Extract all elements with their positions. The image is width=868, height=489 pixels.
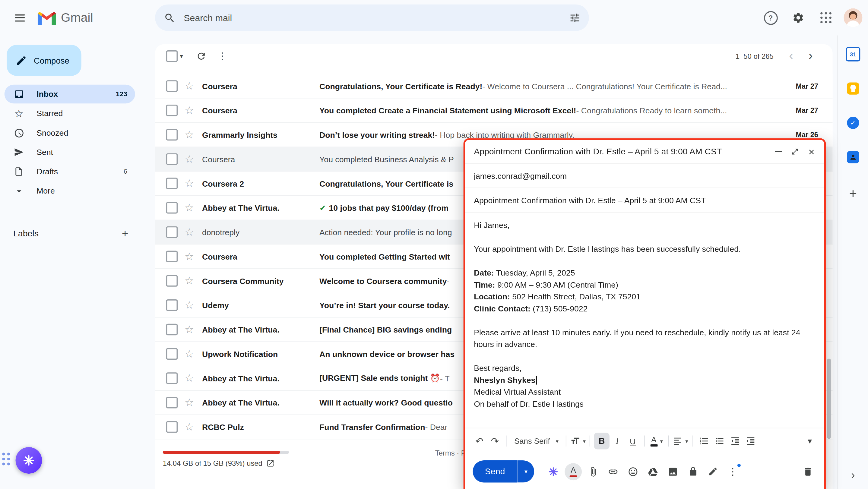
insert-photo-button[interactable] <box>664 463 682 480</box>
sidebar-item-sent[interactable]: Sent <box>4 143 135 162</box>
row-checkbox[interactable] <box>166 348 178 360</box>
row-checkbox[interactable] <box>166 421 178 433</box>
star-icon[interactable]: ☆ <box>180 105 199 116</box>
list-more-button[interactable]: ⋮ <box>212 46 233 65</box>
gmail-logo[interactable]: Gmail <box>38 10 121 25</box>
star-icon[interactable]: ☆ <box>180 129 199 140</box>
email-row[interactable]: ☆CourseraYou completed Create a Financia… <box>155 99 833 123</box>
help-button[interactable]: ? <box>758 5 783 30</box>
sidebar-item-drafts[interactable]: Drafts 6 <box>4 162 135 181</box>
search-filter-button[interactable] <box>563 7 585 29</box>
main-menu-button[interactable] <box>7 4 33 31</box>
undo-button[interactable]: ↶ <box>472 433 487 449</box>
compose-more-options-button[interactable]: ⋮ <box>724 463 741 480</box>
star-icon[interactable]: ☆ <box>180 227 199 237</box>
footer-terms-link[interactable]: Terms · P <box>435 449 466 457</box>
message-body-editor[interactable]: Hi James, Your appointment with Dr. Estl… <box>465 213 824 428</box>
open-in-new-icon[interactable] <box>266 459 275 467</box>
row-checkbox[interactable] <box>166 299 178 311</box>
sidebar-item-inbox[interactable]: Inbox 123 <box>4 85 135 103</box>
star-icon[interactable]: ☆ <box>180 324 199 335</box>
indent-increase-button[interactable] <box>743 433 758 449</box>
row-checkbox[interactable] <box>166 153 178 165</box>
italic-button[interactable]: I <box>610 433 625 449</box>
list-scrollbar[interactable] <box>827 358 831 439</box>
star-icon[interactable]: ☆ <box>180 178 199 189</box>
calendar-button[interactable]: 31 <box>842 43 864 65</box>
row-checkbox[interactable] <box>166 372 178 384</box>
star-icon[interactable]: ☆ <box>180 300 199 311</box>
settings-button[interactable] <box>786 5 810 30</box>
extension-drag-handle[interactable] <box>2 453 10 465</box>
star-icon[interactable]: ☆ <box>180 422 199 432</box>
insert-signature-button[interactable] <box>704 463 721 480</box>
email-row[interactable]: ☆CourseraCongratulations, Your Certifica… <box>155 74 833 99</box>
insert-emoji-button[interactable] <box>625 463 642 480</box>
refresh-button[interactable] <box>191 46 212 65</box>
sidebar-item-more[interactable]: More <box>4 182 135 200</box>
row-checkbox[interactable] <box>166 324 178 335</box>
minimize-button[interactable] <box>770 143 786 160</box>
font-size-button[interactable]: ▾ <box>570 433 586 449</box>
row-checkbox[interactable] <box>166 275 178 287</box>
older-page-button[interactable]: › <box>803 50 818 62</box>
row-checkbox[interactable] <box>166 251 178 262</box>
row-checkbox[interactable] <box>166 80 178 92</box>
newer-page-button[interactable]: ‹ <box>783 50 799 62</box>
bold-button[interactable]: B <box>594 433 610 449</box>
attach-file-button[interactable] <box>585 463 602 480</box>
search-button[interactable] <box>158 7 180 29</box>
subject-field[interactable]: Appointment Confirmation with Dr. Estle … <box>465 188 824 213</box>
underline-button[interactable]: U <box>625 433 640 449</box>
star-icon[interactable]: ☆ <box>180 397 199 408</box>
align-button[interactable]: ▾ <box>673 433 688 449</box>
send-button[interactable]: Send <box>473 460 517 482</box>
search-bar[interactable]: Search mail <box>155 4 589 31</box>
send-options-button[interactable]: ▾ <box>517 460 534 482</box>
indent-decrease-button[interactable] <box>727 433 743 449</box>
search-input[interactable]: Search mail <box>184 12 563 23</box>
keep-button[interactable] <box>842 77 864 99</box>
apps-button[interactable] <box>814 5 838 30</box>
star-icon[interactable]: ☆ <box>180 349 199 359</box>
star-icon[interactable]: ☆ <box>180 154 199 164</box>
hide-side-panel-button[interactable]: › <box>838 469 868 482</box>
account-avatar[interactable] <box>843 8 862 27</box>
tasks-button[interactable]: ✓ <box>842 112 864 134</box>
row-checkbox[interactable] <box>166 105 178 117</box>
compose-button[interactable]: Compose <box>7 45 82 76</box>
insert-from-drive-button[interactable] <box>645 463 662 480</box>
redo-button[interactable]: ↷ <box>487 433 502 449</box>
insert-link-button[interactable] <box>605 463 622 480</box>
more-formatting-button[interactable]: ▾ <box>802 433 818 449</box>
star-icon[interactable]: ☆ <box>180 275 199 286</box>
row-checkbox[interactable] <box>166 397 178 409</box>
recipients-field[interactable]: james.conrad@gmail.com <box>465 164 824 188</box>
row-checkbox[interactable] <box>166 129 178 141</box>
text-color-button[interactable]: A ▾ <box>649 433 664 449</box>
sidebar-item-snoozed[interactable]: Snoozed <box>4 123 135 142</box>
star-icon[interactable]: ☆ <box>180 373 199 384</box>
select-all-checkbox[interactable] <box>166 50 178 62</box>
confidential-mode-button[interactable] <box>684 463 702 480</box>
sidebar-item-starred[interactable]: ☆ Starred <box>4 104 135 123</box>
extension-assist-button[interactable] <box>545 463 562 480</box>
assistant-extension-button[interactable] <box>16 447 42 474</box>
formatting-options-button[interactable]: A <box>565 463 582 480</box>
compose-header[interactable]: Appointment Confirmation with Dr. Estle … <box>465 140 824 164</box>
row-checkbox[interactable] <box>166 177 178 189</box>
create-label-button[interactable]: + <box>116 225 134 242</box>
contacts-button[interactable] <box>842 146 864 168</box>
discard-draft-button[interactable] <box>799 463 816 480</box>
star-icon[interactable]: ☆ <box>180 251 199 262</box>
row-checkbox[interactable] <box>166 202 178 214</box>
numbered-list-button[interactable] <box>696 433 712 449</box>
star-icon[interactable]: ☆ <box>180 203 199 213</box>
bulleted-list-button[interactable] <box>712 433 727 449</box>
star-icon[interactable]: ☆ <box>180 81 199 91</box>
popout-button[interactable] <box>786 143 803 160</box>
get-addons-button[interactable]: + <box>842 183 864 205</box>
row-checkbox[interactable] <box>166 226 178 238</box>
select-dropdown-icon[interactable]: ▾ <box>180 52 183 59</box>
close-compose-button[interactable]: × <box>803 143 820 160</box>
